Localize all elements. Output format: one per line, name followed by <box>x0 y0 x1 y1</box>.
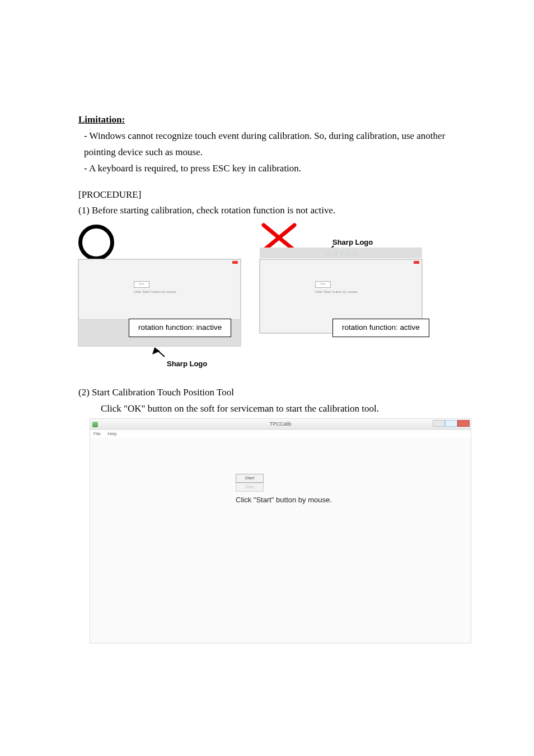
step-1: (1) Before starting calibration, check r… <box>78 203 456 219</box>
close-icon <box>414 261 419 264</box>
mini-start-button: Start <box>134 281 149 288</box>
limitation-text-2: A keyboard is required, to press ESC key… <box>89 163 301 174</box>
limitation-item-1: - Windows cannot recognize touch event d… <box>78 128 456 161</box>
end-button: End <box>236 483 264 492</box>
instruction-text: Click "Start" button by mouse. <box>236 494 332 506</box>
label-rotation-inactive: rotation function: inactive <box>129 319 231 337</box>
limitation-text-1: Windows cannot recognize touch event dur… <box>84 130 445 157</box>
label-rotation-active: rotation function: active <box>332 319 429 337</box>
maximize-button[interactable] <box>445 420 457 427</box>
mini-caption: Click 'Start' button by mouse. <box>315 289 358 295</box>
app-icon <box>92 422 98 427</box>
window-titlebar: TPCCalib <box>90 419 471 430</box>
sharp-wordmark-rotated: SHARP <box>260 248 422 258</box>
mini-start-button: Start <box>315 281 331 288</box>
menu-file[interactable]: File <box>93 431 101 436</box>
arrow-icon <box>152 346 168 360</box>
sharp-logo-label: Sharp Logo <box>167 358 207 370</box>
figure-rotation-check: Sharp Logo Start Click 'Start' button by… <box>78 222 456 379</box>
start-button[interactable]: Start <box>236 474 264 483</box>
step-2-body: Click "OK" button on the soft for servic… <box>78 401 456 417</box>
menu-bar: File Help <box>90 430 471 438</box>
mini-caption: Click 'Start' button by mouse. <box>134 289 177 295</box>
correct-circle-icon <box>78 225 114 260</box>
close-icon <box>232 261 238 264</box>
menu-help[interactable]: Help <box>107 431 116 436</box>
screenshot-tpccalib: TPCCalib File Help Start End Click "Star… <box>90 418 471 643</box>
heading-limitation: Limitation: <box>78 112 456 128</box>
limitation-item-2: - A keyboard is required, to press ESC k… <box>78 161 456 177</box>
close-button[interactable] <box>457 420 470 427</box>
window-title: TPCCalib <box>270 420 292 428</box>
minimize-button[interactable] <box>433 420 445 427</box>
heading-procedure: [PROCEDURE] <box>78 187 456 203</box>
step-2-title: (2) Start Calibration Touch Position Too… <box>78 385 456 401</box>
